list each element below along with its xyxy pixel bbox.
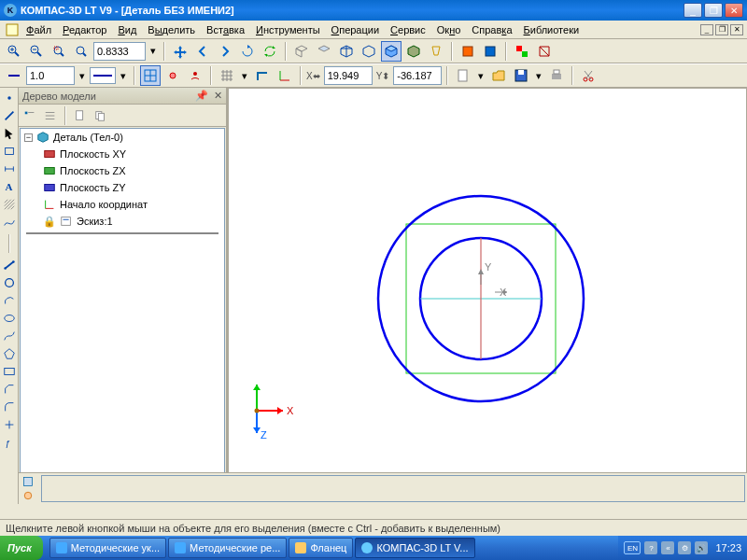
clock[interactable]: 17:23 bbox=[715, 542, 741, 553]
next-view-icon[interactable] bbox=[215, 41, 235, 62]
tree-node-xy[interactable]: Плоскость XY bbox=[21, 146, 224, 162]
point2-tool-icon[interactable] bbox=[1, 416, 18, 433]
zoom-out-icon[interactable] bbox=[26, 41, 47, 62]
menu-edit[interactable]: Редактор bbox=[57, 22, 112, 37]
line-width-input[interactable] bbox=[26, 66, 75, 85]
tree-close-icon[interactable]: ✕ bbox=[214, 90, 222, 102]
text-tool-icon[interactable]: A bbox=[1, 178, 18, 195]
close-button[interactable]: ✕ bbox=[725, 3, 743, 18]
menu-view[interactable]: Вид bbox=[112, 22, 142, 37]
tree-mode1-icon[interactable] bbox=[21, 106, 39, 125]
menu-tools[interactable]: Инструменты bbox=[250, 22, 326, 37]
tray-icon-2[interactable]: ⚙ bbox=[678, 541, 691, 554]
face-color-icon[interactable] bbox=[512, 41, 532, 62]
line-tool-icon[interactable] bbox=[1, 107, 18, 124]
tree-mode2-icon[interactable] bbox=[41, 106, 60, 125]
menu-select[interactable]: Выделить bbox=[142, 22, 201, 37]
arc-tool-icon[interactable] bbox=[1, 292, 18, 309]
canvas[interactable]: X Y X Z bbox=[228, 88, 747, 504]
chamfer-tool-icon[interactable] bbox=[1, 381, 18, 398]
new-dropdown[interactable]: ▾ bbox=[475, 65, 486, 86]
tray-icon-3[interactable]: 🔊 bbox=[695, 541, 708, 554]
line-style-icon[interactable] bbox=[4, 65, 24, 86]
tree-root[interactable]: − Деталь (Тел-0) bbox=[21, 129, 224, 146]
tray-icon-1[interactable]: ? bbox=[644, 541, 657, 554]
menu-window[interactable]: Окно bbox=[431, 22, 467, 37]
tree-node-sketch[interactable]: 🔒 Эскиз:1 bbox=[21, 213, 224, 230]
expander-icon[interactable]: − bbox=[24, 133, 33, 142]
polygon-tool-icon[interactable] bbox=[1, 345, 18, 362]
color-cube2-icon[interactable] bbox=[480, 41, 500, 62]
spline-tool-icon[interactable] bbox=[1, 214, 18, 231]
refresh-icon[interactable] bbox=[260, 41, 280, 62]
taskbar-item-4[interactable]: КОМПАС-3D LT V... bbox=[355, 538, 474, 558]
local-cs-icon[interactable] bbox=[275, 65, 295, 86]
taskbar-item-1[interactable]: Методические ук... bbox=[49, 538, 166, 558]
perspective-icon[interactable] bbox=[426, 41, 446, 62]
menu-insert[interactable]: Вставка bbox=[201, 22, 250, 37]
save-icon[interactable] bbox=[511, 65, 531, 86]
coord-y-input[interactable] bbox=[393, 66, 442, 85]
cut-icon[interactable] bbox=[578, 65, 599, 86]
rectangle-tool-icon[interactable] bbox=[1, 363, 18, 380]
prop-icon2[interactable] bbox=[21, 489, 35, 502]
new-icon[interactable] bbox=[453, 65, 473, 86]
segment-tool-icon[interactable] bbox=[1, 257, 18, 273]
circle-tool-icon[interactable] bbox=[1, 274, 18, 291]
rotate-icon[interactable] bbox=[237, 41, 258, 62]
select-tool-icon[interactable] bbox=[1, 125, 18, 142]
wireframe-icon[interactable] bbox=[336, 41, 357, 62]
point-tool-icon[interactable] bbox=[1, 90, 18, 106]
mdi-close[interactable]: ✕ bbox=[730, 24, 743, 35]
snap-mid-icon[interactable] bbox=[185, 65, 205, 86]
tree-node-zx[interactable]: Плоскость ZX bbox=[21, 162, 224, 179]
zoom-input[interactable] bbox=[93, 42, 146, 61]
snap-grid-icon[interactable] bbox=[140, 65, 161, 86]
zoom-dropdown[interactable]: ▾ bbox=[148, 41, 159, 62]
menu-operations[interactable]: Операции bbox=[326, 22, 385, 37]
tree-body[interactable]: − Деталь (Тел-0) Плоскость XY Плоскость … bbox=[20, 128, 225, 484]
minimize-button[interactable]: _ bbox=[684, 3, 702, 18]
aux-tool-icon[interactable]: ƒ bbox=[1, 434, 18, 451]
ortho-icon[interactable] bbox=[252, 65, 273, 86]
zoom-window-icon[interactable] bbox=[49, 41, 69, 62]
prop-icon1[interactable] bbox=[21, 475, 35, 488]
grid-dropdown[interactable]: ▾ bbox=[239, 65, 250, 86]
color-cube1-icon[interactable] bbox=[458, 41, 478, 62]
grid-icon[interactable] bbox=[217, 65, 237, 86]
taskbar-item-2[interactable]: Методические ре... bbox=[168, 538, 287, 558]
mdi-restore[interactable]: ❐ bbox=[715, 24, 728, 35]
hatch-tool-icon[interactable] bbox=[1, 196, 18, 213]
tree-props-icon[interactable] bbox=[71, 106, 90, 125]
snap-end-icon[interactable] bbox=[162, 65, 183, 86]
app-menu-icon[interactable] bbox=[4, 22, 21, 37]
rect-tool-icon[interactable] bbox=[1, 143, 18, 160]
line-preview[interactable] bbox=[90, 67, 116, 84]
shaded-icon[interactable] bbox=[381, 41, 402, 62]
menu-help[interactable]: Справка bbox=[466, 22, 517, 37]
section-icon[interactable] bbox=[534, 41, 555, 62]
zoom-fit-icon[interactable] bbox=[71, 41, 92, 62]
tree-node-zy[interactable]: Плоскость ZY bbox=[21, 179, 224, 196]
print-icon[interactable] bbox=[546, 65, 567, 86]
pan-icon[interactable] bbox=[170, 41, 190, 62]
ellipse-tool-icon[interactable] bbox=[1, 310, 18, 327]
menu-service[interactable]: Сервис bbox=[385, 22, 431, 37]
mdi-minimize[interactable]: _ bbox=[700, 24, 713, 35]
line-preview-dropdown[interactable]: ▾ bbox=[118, 65, 129, 86]
open-icon[interactable] bbox=[488, 65, 509, 86]
hidden-icon[interactable] bbox=[359, 41, 379, 62]
fillet-tool-icon[interactable] bbox=[1, 399, 18, 415]
iso1-icon[interactable] bbox=[291, 41, 312, 62]
menu-libraries[interactable]: Библиотеки bbox=[518, 22, 585, 37]
iso2-icon[interactable] bbox=[314, 41, 334, 62]
save-dropdown[interactable]: ▾ bbox=[533, 65, 544, 86]
coord-x-input[interactable] bbox=[324, 66, 373, 85]
line-width-dropdown[interactable]: ▾ bbox=[77, 65, 88, 86]
bezier-tool-icon[interactable] bbox=[1, 328, 18, 344]
taskbar-item-3[interactable]: Фланец bbox=[289, 538, 353, 558]
lang-indicator[interactable]: EN bbox=[624, 541, 641, 554]
zoom-in-icon[interactable] bbox=[4, 41, 24, 62]
tree-node-origin[interactable]: Начало координат bbox=[21, 196, 224, 213]
pin-icon[interactable]: 📌 bbox=[195, 90, 208, 102]
